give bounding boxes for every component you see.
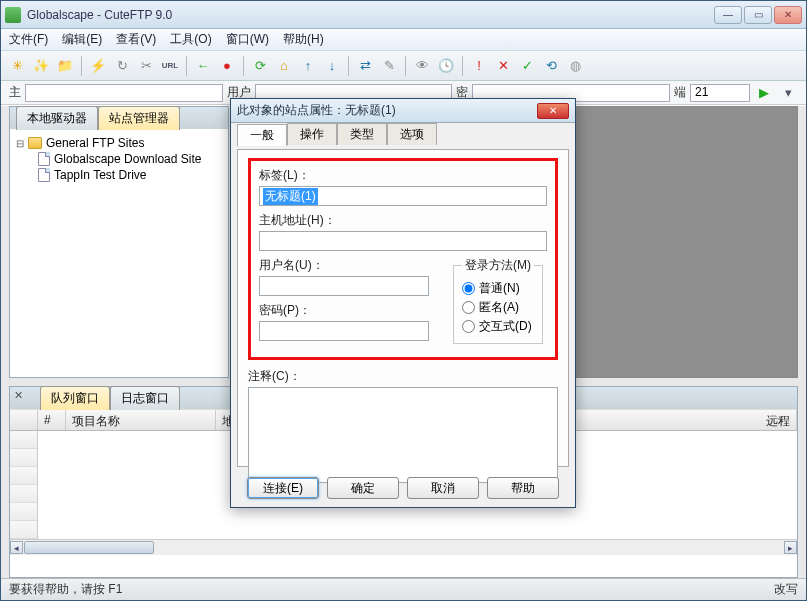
shield-icon[interactable]: ◍ xyxy=(565,56,585,76)
password-field-label: 密码(P)： xyxy=(259,302,439,319)
col-num[interactable]: # xyxy=(38,410,66,430)
transfer-icon[interactable]: ⇄ xyxy=(355,56,375,76)
port-input[interactable]: 21 xyxy=(690,84,750,102)
reconnect-icon[interactable]: ↻ xyxy=(112,56,132,76)
tree-item-globalscape[interactable]: Globalscape Download Site xyxy=(38,151,222,167)
bottom-close-icon[interactable]: ✕ xyxy=(14,389,23,402)
menu-tools[interactable]: 工具(O) xyxy=(170,31,211,48)
dialog-buttons: 连接(E) 确定 取消 帮助 xyxy=(231,477,575,499)
site-icon xyxy=(38,168,50,182)
dialog-close-button[interactable]: ✕ xyxy=(537,103,569,119)
app-icon xyxy=(5,7,21,23)
dialog-title: 此对象的站点属性：无标题(1) xyxy=(237,102,396,119)
tab-options[interactable]: 选项 xyxy=(387,123,437,145)
host-field[interactable] xyxy=(259,231,547,251)
host-label: 主 xyxy=(9,84,21,101)
username-field-label: 用户名(U)： xyxy=(259,257,439,274)
radio-normal-input[interactable] xyxy=(462,282,475,295)
login-method-group: 登录方法(M) 普通(N) 匿名(A) 交互式(D) xyxy=(453,257,543,344)
left-pane: 本地驱动器 站点管理器 General FTP Sites Globalscap… xyxy=(9,106,229,378)
dialog-tabs: 一般 操作 类型 选项 xyxy=(231,123,575,145)
host-input[interactable] xyxy=(25,84,223,102)
help-button[interactable]: 帮助 xyxy=(487,477,559,499)
statusbar: 要获得帮助，请按 F1 改写 xyxy=(1,578,806,600)
tree-item-label: Globalscape Download Site xyxy=(54,152,201,166)
home-icon[interactable]: ⌂ xyxy=(274,56,294,76)
grid-rownums xyxy=(10,431,38,539)
radio-anonymous-input[interactable] xyxy=(462,301,475,314)
down-icon[interactable]: ↓ xyxy=(322,56,342,76)
label-field[interactable]: 无标题(1) xyxy=(259,186,547,206)
folder-icon[interactable]: 📁 xyxy=(55,56,75,76)
highlighted-region: 标签(L)： 无标题(1) 主机地址(H)： 用户名(U)： 密码(P)： xyxy=(248,158,558,360)
tree-root[interactable]: General FTP Sites xyxy=(16,135,222,151)
host-field-label: 主机地址(H)： xyxy=(259,212,547,229)
cancel-button[interactable]: 取消 xyxy=(407,477,479,499)
titlebar[interactable]: Globalscape - CuteFTP 9.0 — ▭ ✕ xyxy=(1,1,806,29)
ok-button[interactable]: 确定 xyxy=(327,477,399,499)
tab-action[interactable]: 操作 xyxy=(287,123,337,145)
check-icon[interactable]: ✓ xyxy=(517,56,537,76)
col-name[interactable]: 项目名称 xyxy=(66,410,216,430)
wizard-icon[interactable]: ✨ xyxy=(31,56,51,76)
left-tabs: 本地驱动器 站点管理器 xyxy=(10,107,228,129)
comments-field[interactable] xyxy=(248,387,558,483)
radio-normal[interactable]: 普通(N) xyxy=(462,280,534,297)
maximize-button[interactable]: ▭ xyxy=(744,6,772,24)
password-field[interactable] xyxy=(259,321,429,341)
tab-log[interactable]: 日志窗口 xyxy=(110,386,180,410)
quick-connect-menu-button[interactable]: ▾ xyxy=(778,83,798,103)
menu-window[interactable]: 窗口(W) xyxy=(226,31,269,48)
connect-button[interactable]: 连接(E) xyxy=(247,477,319,499)
radio-interactive-input[interactable] xyxy=(462,320,475,333)
menu-file[interactable]: 文件(F) xyxy=(9,31,48,48)
tree-root-label: General FTP Sites xyxy=(46,136,144,150)
site-icon xyxy=(38,152,50,166)
url-icon[interactable]: URL xyxy=(160,56,180,76)
scroll-right-icon[interactable]: ▸ xyxy=(784,541,797,554)
refresh-icon[interactable]: ⟳ xyxy=(250,56,270,76)
scroll-thumb[interactable] xyxy=(24,541,154,554)
port-label: 端 xyxy=(674,84,686,101)
new-icon[interactable]: ✳ xyxy=(7,56,27,76)
minimize-button[interactable]: — xyxy=(714,6,742,24)
login-method-legend: 登录方法(M) xyxy=(462,257,534,274)
menubar: 文件(F) 编辑(E) 查看(V) 工具(O) 窗口(W) 帮助(H) xyxy=(1,29,806,51)
sync-icon[interactable]: ⟲ xyxy=(541,56,561,76)
tab-queue[interactable]: 队列窗口 xyxy=(40,386,110,410)
toolbar: ✳✨📁⚡↻✂URL←●⟳⌂↑↓⇄✎👁🕓!✕✓⟲◍ xyxy=(1,51,806,81)
delete-icon[interactable]: ✕ xyxy=(493,56,513,76)
folder-icon xyxy=(28,137,42,149)
site-tree: General FTP Sites Globalscape Download S… xyxy=(10,129,228,189)
menu-view[interactable]: 查看(V) xyxy=(116,31,156,48)
tab-site-manager[interactable]: 站点管理器 xyxy=(98,106,180,130)
scroll-left-icon[interactable]: ◂ xyxy=(10,541,23,554)
horizontal-scrollbar[interactable]: ◂ ▸ xyxy=(10,539,797,555)
col-marker[interactable] xyxy=(10,410,38,430)
tab-type[interactable]: 类型 xyxy=(337,123,387,145)
tree-item-tappin[interactable]: TappIn Test Drive xyxy=(38,167,222,183)
edit-icon[interactable]: ✎ xyxy=(379,56,399,76)
menu-edit[interactable]: 编辑(E) xyxy=(62,31,102,48)
tab-general[interactable]: 一般 xyxy=(237,124,287,146)
menu-help[interactable]: 帮助(H) xyxy=(283,31,324,48)
back-icon[interactable]: ← xyxy=(193,56,213,76)
schedule-icon[interactable]: 🕓 xyxy=(436,56,456,76)
alert-icon[interactable]: ! xyxy=(469,56,489,76)
close-button[interactable]: ✕ xyxy=(774,6,802,24)
view-icon[interactable]: 👁 xyxy=(412,56,432,76)
status-mode: 改写 xyxy=(774,581,798,598)
disconnect-icon[interactable]: ✂ xyxy=(136,56,156,76)
connect-icon[interactable]: ⚡ xyxy=(88,56,108,76)
dialog-body: 标签(L)： 无标题(1) 主机地址(H)： 用户名(U)： 密码(P)： xyxy=(237,149,569,467)
stop-icon[interactable]: ● xyxy=(217,56,237,76)
radio-anonymous[interactable]: 匿名(A) xyxy=(462,299,534,316)
window-title: Globalscape - CuteFTP 9.0 xyxy=(27,8,172,22)
radio-interactive[interactable]: 交互式(D) xyxy=(462,318,534,335)
username-field[interactable] xyxy=(259,276,429,296)
up-icon[interactable]: ↑ xyxy=(298,56,318,76)
tab-local-drives[interactable]: 本地驱动器 xyxy=(16,106,98,130)
label-field-value: 无标题(1) xyxy=(263,188,318,205)
dialog-titlebar[interactable]: 此对象的站点属性：无标题(1) ✕ xyxy=(231,99,575,123)
quick-connect-button[interactable]: ▶ xyxy=(754,83,774,103)
